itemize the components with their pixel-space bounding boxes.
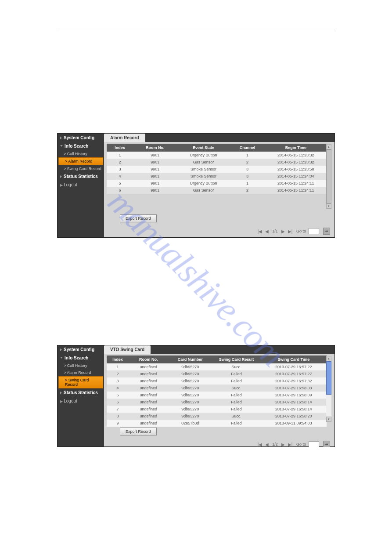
sidebar-logout[interactable]: Logout — [58, 181, 104, 189]
table-cell: 9db95270 — [168, 406, 212, 413]
table-cell: Failed — [212, 377, 260, 385]
table-cell: 2013-07-29 16:58:20 — [261, 413, 327, 420]
table-row[interactable]: 2undefined9db95270Failed2013-07-29 16:57… — [107, 370, 327, 377]
scroll-down-icon[interactable]: ▾ — [326, 203, 331, 209]
scroll-up-icon[interactable]: ▴ — [326, 144, 331, 149]
table-cell: Succ. — [212, 363, 260, 370]
table-row[interactable]: 39901Smoke Sensor32014-05-15 11:23:58 — [107, 166, 327, 173]
col-room: Room No. — [133, 144, 177, 152]
sidebar-nav: System Config Info Search Call History A… — [58, 134, 104, 237]
table-cell: 9 — [107, 420, 129, 427]
sidebar-item-alarm-record[interactable]: Alarm Record — [58, 369, 104, 376]
table-cell: Failed — [212, 420, 260, 427]
table-cell: 1 — [230, 180, 265, 187]
table-cell: Smoke Sensor — [177, 173, 230, 180]
table-row[interactable]: 6undefined9db95270Failed2013-07-29 16:58… — [107, 399, 327, 406]
col-index: Index — [107, 144, 133, 152]
page-indicator: 1/1 — [272, 229, 278, 233]
swing-table-container: Index Room No. Card Number Swing Card Re… — [107, 355, 332, 422]
button-row: Export Record — [120, 428, 334, 435]
col-time: Begin Time — [265, 144, 327, 152]
export-record-button[interactable]: Export Record — [120, 214, 157, 222]
sidebar-item-swing-card-record[interactable]: Swing Card Record — [58, 376, 103, 388]
table-cell: undefined — [129, 399, 168, 406]
sidebar-status-statistics[interactable]: Status Statistics — [58, 388, 104, 397]
table-row[interactable]: 19901Urgency Button12014-05-15 11:23:32 — [107, 152, 327, 159]
table-row[interactable]: 9undefined02e57b3dFailed2013-09-11 09:54… — [107, 420, 327, 427]
page-last-icon[interactable]: ▶| — [288, 229, 293, 234]
table-header-row: Index Room No. Event State Channel Begin… — [107, 144, 327, 152]
table-cell: Failed — [212, 406, 260, 413]
table-row[interactable]: 69901Gas Sensor22014-05-15 11:24:11 — [107, 187, 327, 194]
tab-vto-swing-card[interactable]: VTO Swing Card — [104, 345, 151, 354]
sidebar-item-call-history[interactable]: Call History — [58, 362, 104, 369]
col-room: Room No. — [129, 355, 168, 363]
alarm-table: Index Room No. Event State Channel Begin… — [107, 144, 327, 194]
page-prev-icon[interactable]: ◀ — [265, 442, 269, 447]
table-cell: 9db95270 — [168, 377, 212, 385]
scrollbar[interactable]: ▴ ▾ — [326, 144, 331, 209]
sidebar-system-config[interactable]: System Config — [58, 345, 104, 354]
scroll-up-icon[interactable]: ▴ — [326, 356, 331, 361]
table-cell: 2014-05-15 11:23:32 — [265, 159, 327, 166]
goto-button[interactable]: ➜ — [323, 441, 330, 447]
pagination: |◀ ◀ 1/1 ▶ ▶| Go to ➜ — [108, 228, 330, 235]
tab-alarm-record[interactable]: Alarm Record — [104, 134, 145, 142]
table-cell: Urgency Button — [177, 180, 230, 187]
alarm-content-area: Alarm Record Index Room No. Event State … — [104, 134, 334, 237]
goto-label: Go to — [296, 442, 306, 446]
table-row[interactable]: 1undefined9db95270Succ.2013-07-29 16:57:… — [107, 363, 327, 370]
sidebar-item-swing-card-record[interactable]: Swing Card Record — [58, 165, 104, 172]
table-cell: undefined — [129, 363, 168, 370]
sidebar-status-statistics[interactable]: Status Statistics — [58, 172, 104, 181]
table-row[interactable]: 29901Gas Sensor22014-05-15 11:23:32 — [107, 159, 327, 166]
sidebar-system-config[interactable]: System Config — [58, 134, 104, 142]
alarm-record-panel: System Config Info Search Call History A… — [57, 133, 335, 238]
sidebar-info-search[interactable]: Info Search — [58, 142, 104, 150]
scroll-track[interactable] — [326, 361, 331, 417]
page-last-icon[interactable]: ▶| — [288, 442, 293, 447]
sidebar-item-call-history[interactable]: Call History — [58, 150, 104, 157]
table-cell: 7 — [107, 406, 129, 413]
scroll-thumb[interactable] — [326, 361, 331, 395]
sidebar-info-search[interactable]: Info Search — [58, 354, 104, 362]
table-row[interactable]: 3undefined9db95270Failed2013-07-29 16:57… — [107, 377, 327, 385]
page-next-icon[interactable]: ▶ — [281, 442, 285, 447]
table-cell: Failed — [212, 370, 260, 377]
sidebar-item-alarm-record[interactable]: Alarm Record — [58, 157, 103, 165]
table-cell: Succ. — [212, 385, 260, 392]
table-row[interactable]: 4undefined9db95270Succ.2013-07-29 16:58:… — [107, 385, 327, 392]
table-cell: 1 — [107, 152, 133, 159]
col-time: Swing Card Time — [261, 355, 327, 363]
table-cell: 2 — [230, 159, 265, 166]
page-first-icon[interactable]: |◀ — [258, 229, 263, 234]
table-cell: 2013-07-29 16:57:32 — [261, 377, 327, 385]
table-row[interactable]: 7undefined9db95270Failed2013-07-29 16:58… — [107, 406, 327, 413]
table-cell: 9901 — [133, 159, 177, 166]
table-cell: 2014-05-15 11:23:58 — [265, 166, 327, 173]
page-first-icon[interactable]: |◀ — [258, 442, 263, 447]
table-row[interactable]: 5undefined9db95270Failed2013-07-29 16:58… — [107, 392, 327, 399]
goto-button[interactable]: ➜ — [323, 228, 330, 235]
goto-input[interactable] — [309, 228, 319, 234]
table-cell: Smoke Sensor — [177, 166, 230, 173]
export-record-button[interactable]: Export Record — [120, 428, 157, 435]
table-cell: 6 — [107, 187, 133, 194]
table-row[interactable]: 8undefined9db95270Succ.2013-07-29 16:58:… — [107, 413, 327, 420]
page-header-rule — [57, 31, 335, 31]
scroll-track[interactable] — [326, 149, 331, 203]
sidebar-logout[interactable]: Logout — [58, 397, 104, 405]
col-index: Index — [107, 355, 129, 363]
page-next-icon[interactable]: ▶ — [281, 229, 285, 234]
page-prev-icon[interactable]: ◀ — [265, 229, 269, 234]
table-row[interactable]: 49901Smoke Sensor32014-05-15 11:24:04 — [107, 173, 327, 180]
table-row[interactable]: 59901Urgency Button12014-05-15 11:24:11 — [107, 180, 327, 187]
tab-bar: Alarm Record — [104, 134, 334, 142]
goto-input[interactable] — [309, 441, 319, 447]
page-indicator: 1/2 — [272, 442, 278, 446]
table-cell: 9db95270 — [168, 392, 212, 399]
scroll-down-icon[interactable]: ▾ — [326, 417, 331, 422]
table-cell: 2014-05-15 11:23:32 — [265, 152, 327, 159]
scrollbar[interactable]: ▴ ▾ — [326, 356, 331, 422]
scroll-thumb[interactable] — [326, 149, 331, 203]
